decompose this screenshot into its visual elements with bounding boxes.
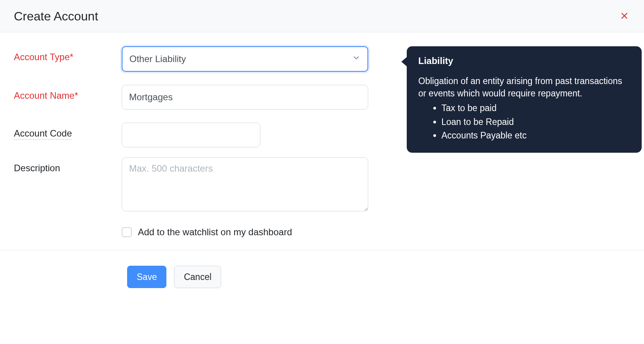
account-type-select[interactable] — [122, 46, 368, 72]
field-description — [122, 157, 384, 214]
tooltip-item: Tax to be paid — [441, 102, 630, 115]
tooltip-item: Accounts Payable etc — [441, 129, 630, 142]
field-watchlist: Add to the watchlist on my dashboard — [122, 224, 384, 238]
tooltip-description: Obligation of an entity arising from pas… — [418, 75, 630, 99]
label-text: Description — [14, 163, 60, 173]
field-account-code — [122, 123, 384, 147]
row-watchlist: Add to the watchlist on my dashboard — [14, 224, 384, 238]
account-name-input[interactable] — [122, 85, 368, 110]
tooltip-list: Tax to be paid Loan to be Repaid Account… — [418, 102, 630, 142]
modal-body: Account Type* Account Name* — [0, 32, 644, 250]
watchlist-label: Add to the watchlist on my dashboard — [138, 227, 292, 238]
watchlist-checkbox-row: Add to the watchlist on my dashboard — [122, 227, 384, 238]
field-account-type — [122, 46, 384, 72]
field-account-name — [122, 85, 384, 110]
row-account-code: Account Code — [14, 123, 384, 147]
watchlist-checkbox[interactable] — [122, 227, 132, 237]
modal-footer: Save Cancel — [0, 250, 644, 304]
label-spacer — [14, 224, 122, 229]
tooltip-item: Loan to be Repaid — [441, 116, 630, 128]
modal-title: Create Account — [14, 9, 98, 24]
description-textarea[interactable] — [122, 157, 368, 211]
save-button[interactable]: Save — [127, 266, 166, 288]
label-text: Account Type* — [14, 52, 73, 62]
account-type-input[interactable] — [122, 46, 368, 72]
label-account-name: Account Name* — [14, 85, 122, 101]
cancel-button[interactable]: Cancel — [174, 266, 221, 288]
footer-spacer — [14, 266, 119, 288]
label-text: Account Code — [14, 128, 72, 140]
account-code-input[interactable] — [122, 123, 260, 147]
row-account-type: Account Type* — [14, 46, 384, 72]
close-button[interactable] — [619, 10, 630, 23]
row-description: Description — [14, 157, 384, 214]
label-text: Account Name* — [14, 90, 78, 101]
label-description: Description — [14, 157, 122, 174]
tooltip-title: Liability — [418, 56, 630, 66]
row-account-name: Account Name* — [14, 85, 384, 110]
label-account-type: Account Type* — [14, 46, 122, 62]
form-column: Account Type* Account Name* — [14, 46, 384, 238]
create-account-modal: Create Account Account Type* — [0, 0, 644, 304]
account-type-tooltip: Liability Obligation of an entity arisin… — [407, 46, 642, 153]
label-account-code: Account Code — [14, 123, 122, 139]
close-icon — [620, 12, 629, 21]
modal-header: Create Account — [0, 0, 644, 32]
